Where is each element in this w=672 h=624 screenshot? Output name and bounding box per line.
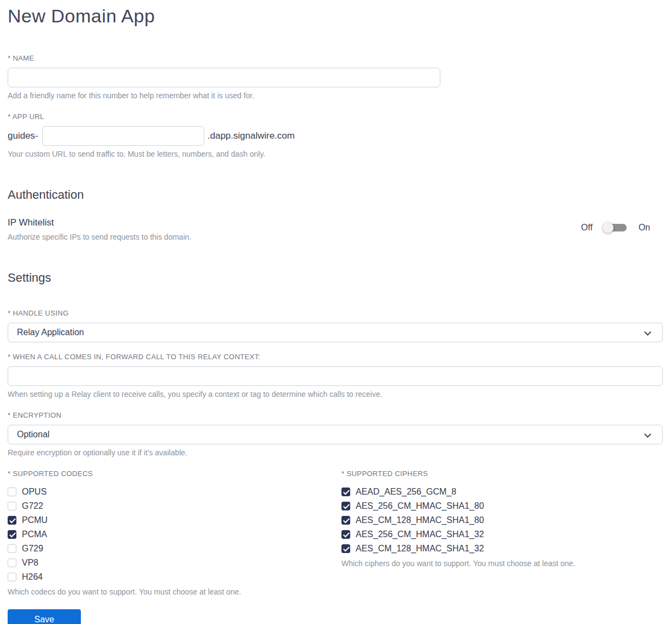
cipher-option[interactable]: AES_256_CM_HMAC_SHA1_32 [341, 527, 663, 542]
codec-option-label: PCMU [22, 515, 48, 525]
ip-whitelist-row: IP Whitelist Authorize specific IPs to s… [8, 217, 663, 241]
cipher-option[interactable]: AES_256_CM_HMAC_SHA1_80 [341, 499, 663, 513]
chevron-down-icon [644, 329, 651, 336]
relay-context-input[interactable] [8, 366, 663, 386]
codec-option-label: H264 [22, 572, 43, 582]
chevron-down-icon [644, 431, 651, 438]
app-url-helper: Your custom URL to send traffic to. Must… [8, 150, 663, 158]
ciphers-helper: Which ciphers do you want to support. Yo… [341, 559, 663, 568]
toggle-on-label: On [639, 223, 650, 233]
toggle-off-label: Off [581, 223, 593, 233]
codec-checkbox[interactable] [8, 516, 16, 525]
name-label: * NAME [8, 54, 663, 62]
codec-checkbox[interactable] [8, 573, 16, 581]
encryption-group: * ENCRYPTION Optional Require encryption… [8, 411, 663, 457]
cipher-option-label: AES_256_CM_HMAC_SHA1_32 [356, 530, 484, 539]
relay-context-group: * WHEN A CALL COMES IN, FORWARD CALL TO … [8, 353, 663, 399]
app-url-suffix: .dapp.signalwire.com [208, 130, 295, 141]
codec-option-label: G722 [22, 501, 43, 511]
supported-ciphers-label: * SUPPORTED CIPHERS [341, 470, 663, 478]
encryption-label: * ENCRYPTION [8, 411, 663, 419]
codec-option-label: PCMA [22, 530, 47, 539]
app-url-prefix: guides- [8, 130, 38, 141]
cipher-checkbox[interactable] [341, 544, 350, 553]
codec-option[interactable]: H264 [8, 570, 341, 584]
codec-option[interactable]: PCMA [8, 527, 341, 542]
cipher-checkbox[interactable] [341, 502, 350, 510]
cipher-checkbox[interactable] [341, 530, 350, 539]
codec-checkbox[interactable] [8, 558, 16, 567]
encryption-helper: Require encryption or optionally use it … [8, 448, 663, 457]
codecs-helper: Which codecs do you want to support. You… [8, 587, 341, 596]
name-helper: Add a friendly name for this number to h… [8, 91, 663, 100]
codec-list: OPUS G722 PCMU PCMA [8, 485, 341, 584]
cipher-option-label: AES_256_CM_HMAC_SHA1_80 [356, 501, 484, 511]
save-button[interactable]: Save [8, 609, 81, 624]
codec-option[interactable]: G722 [8, 499, 341, 513]
cipher-option-label: AEAD_AES_256_GCM_8 [356, 487, 456, 497]
ip-whitelist-toggle-group: Off On [581, 223, 663, 233]
name-input[interactable] [8, 68, 440, 87]
supported-ciphers-group: * SUPPORTED CIPHERS AEAD_AES_256_GCM_8 A… [341, 470, 663, 596]
handle-using-label: * HANDLE USING [8, 309, 663, 317]
relay-context-helper: When setting up a Relay client to receiv… [8, 390, 663, 399]
codec-option[interactable]: VP8 [8, 556, 341, 570]
codec-checkbox[interactable] [8, 530, 16, 539]
relay-context-label: * WHEN A CALL COMES IN, FORWARD CALL TO … [8, 353, 663, 361]
cipher-option[interactable]: AES_CM_128_HMAC_SHA1_32 [341, 542, 663, 556]
cipher-option-label: AES_CM_128_HMAC_SHA1_80 [356, 515, 484, 525]
cipher-checkbox[interactable] [341, 488, 350, 496]
supported-codecs-group: * SUPPORTED CODECS OPUS G722 [8, 470, 341, 596]
name-field-group: * NAME Add a friendly name for this numb… [8, 54, 663, 100]
authentication-heading: Authentication [8, 188, 663, 202]
app-url-input[interactable] [42, 126, 204, 146]
codec-option[interactable]: G729 [8, 542, 341, 556]
ip-whitelist-label: IP Whitelist [8, 217, 191, 228]
app-url-label: * APP URL [8, 112, 663, 121]
cipher-list: AEAD_AES_256_GCM_8 AES_256_CM_HMAC_SHA1_… [341, 485, 663, 556]
codec-cipher-columns: * SUPPORTED CODECS OPUS G722 [8, 470, 663, 596]
codec-option-label: G729 [22, 544, 43, 554]
cipher-option-label: AES_CM_128_HMAC_SHA1_32 [356, 544, 484, 554]
supported-codecs-label: * SUPPORTED CODECS [8, 470, 341, 478]
handle-using-group: * HANDLE USING Relay Application [8, 309, 663, 342]
ip-whitelist-text: IP Whitelist Authorize specific IPs to s… [8, 217, 191, 241]
codec-option[interactable]: OPUS [8, 485, 341, 499]
app-url-field-group: * APP URL guides- .dapp.signalwire.com Y… [8, 112, 663, 158]
settings-heading: Settings [8, 271, 663, 285]
ip-whitelist-helper: Authorize specific IPs to send requests … [8, 233, 191, 241]
cipher-checkbox[interactable] [341, 516, 350, 525]
page-title: New Domain App [8, 5, 663, 27]
codec-option-label: VP8 [22, 558, 38, 568]
encryption-select[interactable]: Optional [8, 425, 663, 444]
toggle-knob-icon [603, 222, 614, 233]
handle-using-value: Relay Application [17, 328, 84, 337]
handle-using-select[interactable]: Relay Application [8, 323, 663, 342]
cipher-option[interactable]: AEAD_AES_256_GCM_8 [341, 485, 663, 499]
encryption-value: Optional [17, 430, 50, 439]
app-url-row: guides- .dapp.signalwire.com [8, 126, 663, 146]
codec-option-label: OPUS [22, 487, 46, 497]
codec-option[interactable]: PCMU [8, 513, 341, 527]
ip-whitelist-toggle[interactable] [605, 224, 627, 231]
codec-checkbox[interactable] [8, 488, 16, 496]
codec-checkbox[interactable] [8, 544, 16, 553]
cipher-option[interactable]: AES_CM_128_HMAC_SHA1_80 [341, 513, 663, 527]
new-domain-app-form: New Domain App * NAME Add a friendly nam… [0, 0, 672, 624]
codec-checkbox[interactable] [8, 502, 16, 510]
